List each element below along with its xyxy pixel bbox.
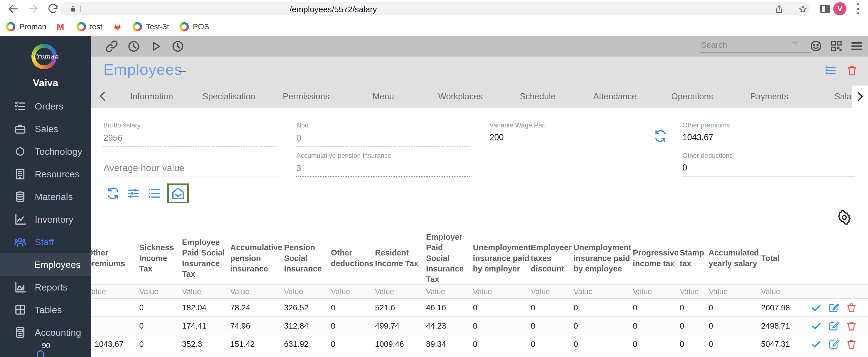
sliders-icon[interactable] <box>127 186 141 200</box>
column-header[interactable]: Pension Social Insurance <box>284 232 331 285</box>
tab-schedule[interactable]: Schedule <box>499 86 576 108</box>
other-deductions-input[interactable] <box>682 162 855 177</box>
confirm-check-icon[interactable] <box>811 338 822 350</box>
confirm-check-icon[interactable] <box>811 302 822 313</box>
bookmark-gmail-favicon[interactable]: M <box>57 22 66 31</box>
reload-icon[interactable] <box>47 3 59 15</box>
url-text[interactable]: /employees/5572/salary <box>289 5 377 14</box>
table-settings-gear-icon[interactable] <box>837 210 851 225</box>
time-clock-icon[interactable] <box>172 40 184 53</box>
bookmark-gitlab-favicon[interactable] <box>113 22 122 31</box>
column-header[interactable]: Progressive income tax <box>633 232 680 285</box>
column-header[interactable]: Accumulated yearly salary <box>709 232 761 285</box>
play-icon[interactable] <box>150 40 162 53</box>
tab-workplaces[interactable]: Workplaces <box>422 86 499 108</box>
sidebar-item-resources[interactable]: Resources <box>0 163 91 185</box>
filter-value-cell[interactable]: Value <box>331 285 375 298</box>
sidebar-item-materials[interactable]: Materials <box>0 185 91 208</box>
edit-row-icon[interactable] <box>828 302 839 313</box>
filter-value-cell[interactable]: Value <box>761 285 811 298</box>
column-header[interactable]: Unemployment insurance paid by employer <box>473 232 531 285</box>
tab-menu[interactable]: Menu <box>345 86 422 108</box>
filter-value-cell[interactable]: Value <box>139 285 182 298</box>
delete-row-icon[interactable] <box>846 320 857 331</box>
tab-operations[interactable]: Operations <box>653 86 731 108</box>
other-premiums-input[interactable] <box>682 131 855 146</box>
filter-value-cell[interactable]: Value <box>426 285 473 298</box>
side-panel-icon[interactable] <box>820 5 830 13</box>
hamburger-menu-icon[interactable] <box>850 40 863 52</box>
browser-menu-icon[interactable] <box>857 3 859 14</box>
filter-value-cell[interactable]: Value <box>91 285 139 298</box>
url-bar[interactable]: /employees/5572/salary <box>60 2 810 16</box>
filter-value-cell[interactable]: Value <box>182 285 230 298</box>
sidebar-item-staff[interactable]: Staff <box>0 231 91 253</box>
sidebar-item-tables[interactable]: Tables <box>0 299 91 321</box>
list-icon[interactable] <box>147 186 161 200</box>
bookmark-proman[interactable]: Proman <box>6 22 46 31</box>
bookmark-pos[interactable]: POS <box>180 22 209 31</box>
share-icon[interactable] <box>775 5 784 13</box>
filter-value-cell[interactable]: Value <box>473 285 531 298</box>
tabs-scroll-right-icon[interactable] <box>855 91 866 102</box>
filter-value-cell[interactable]: Value <box>284 285 331 298</box>
variable-wage-part-input[interactable] <box>489 131 643 146</box>
tab-permissions[interactable]: Permissions <box>268 86 345 108</box>
column-header[interactable]: Other deductions <box>331 232 375 285</box>
column-header[interactable]: Employee Paid Social Insurance Tax <box>182 232 230 285</box>
sidebar-item-accounting[interactable]: Accounting <box>0 321 91 344</box>
back-icon[interactable] <box>7 3 19 15</box>
column-header[interactable]: Sickness Income Tax <box>139 232 182 285</box>
refresh-icon[interactable] <box>106 186 120 200</box>
tab-payments[interactable]: Payments <box>731 86 808 108</box>
column-header[interactable]: Other premiums <box>91 232 139 285</box>
profile-avatar[interactable]: V <box>833 2 846 16</box>
forward-icon[interactable] <box>27 3 39 15</box>
filter-value-cell[interactable]: Value <box>680 285 709 298</box>
average-hour-value-input[interactable] <box>103 162 278 177</box>
sidebar-subitem-employees[interactable]: Employees <box>0 253 91 276</box>
smiley-icon[interactable] <box>810 40 822 52</box>
bookmark-star-icon[interactable] <box>799 5 807 13</box>
link-icon[interactable] <box>105 40 118 53</box>
send-payslip-button[interactable] <box>167 183 189 203</box>
table-cell: 0 <box>709 317 761 335</box>
delete-row-icon[interactable] <box>846 302 857 313</box>
filter-value-cell[interactable]: Value <box>709 285 761 298</box>
column-header[interactable]: Employeer taxes discount <box>531 232 574 285</box>
bookmark-test[interactable]: test <box>76 22 102 31</box>
delete-record-icon[interactable] <box>846 64 858 77</box>
list-view-icon[interactable] <box>825 64 837 77</box>
tabs-scroll-left-icon[interactable] <box>97 90 108 102</box>
history-clock-icon[interactable] <box>127 40 140 53</box>
edit-row-icon[interactable] <box>828 338 839 350</box>
row-actions <box>811 299 866 317</box>
column-header[interactable]: Stamp tax <box>680 232 709 285</box>
delete-row-icon[interactable] <box>846 338 857 350</box>
recalculate-icon[interactable] <box>653 129 667 143</box>
column-header[interactable]: Accumulative pension insurance <box>230 232 284 285</box>
sidebar-item-orders[interactable]: Orders <box>0 95 91 118</box>
column-header[interactable]: Employer Paid Social Insurance Tax <box>426 232 473 285</box>
filter-value-cell[interactable]: Value <box>574 285 633 298</box>
filter-value-cell[interactable]: Value <box>633 285 680 298</box>
sidebar-item-technology[interactable]: Technology <box>0 140 91 163</box>
sidebar-item-reports[interactable]: Reports <box>0 276 91 299</box>
column-header[interactable]: Resident Income Tax <box>375 232 426 285</box>
tab-attendance[interactable]: Attendance <box>576 86 653 108</box>
column-header[interactable]: Unemployment insurance paid by employee <box>574 232 633 285</box>
bookmark-test-3t[interactable]: Test-3t <box>133 22 169 31</box>
sidebar-item-sales[interactable]: Sales <box>0 118 91 140</box>
bell-icon[interactable] <box>34 349 47 357</box>
sidebar-item-inventory[interactable]: Inventory <box>0 208 91 231</box>
filter-value-cell[interactable]: Value <box>531 285 574 298</box>
filter-value-cell[interactable]: Value <box>230 285 284 298</box>
filter-value-cell[interactable]: Value <box>375 285 426 298</box>
confirm-check-icon[interactable] <box>811 320 822 331</box>
edit-row-icon[interactable] <box>828 320 839 331</box>
qr-code-icon[interactable] <box>830 40 843 52</box>
search-input[interactable] <box>700 39 811 53</box>
column-header[interactable]: Total <box>761 232 811 285</box>
tab-information[interactable]: Information <box>113 86 190 108</box>
tab-specialisation[interactable]: Specialisation <box>190 86 268 108</box>
